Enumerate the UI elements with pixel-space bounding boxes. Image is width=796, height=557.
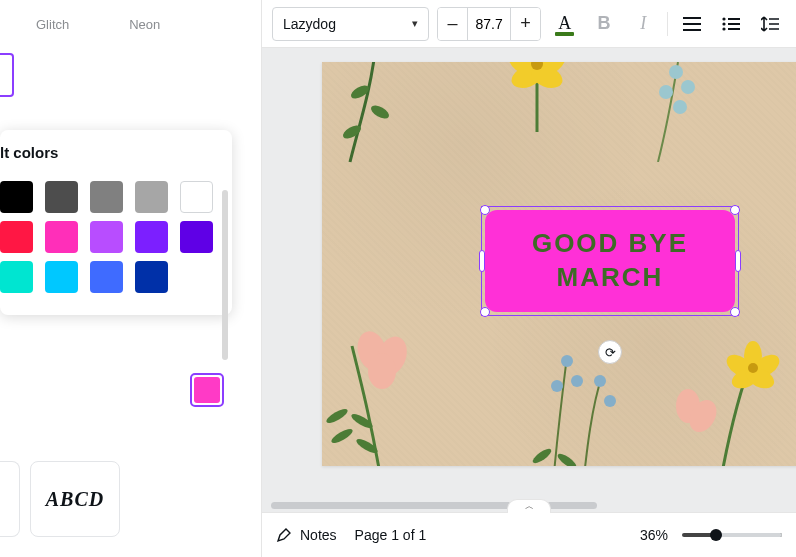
chevron-up-icon: ︿	[525, 500, 534, 513]
swatch-violet[interactable]	[90, 221, 123, 253]
effects-panel: Glitch Neon lt colors ABCD	[0, 0, 262, 557]
design-canvas[interactable]: GOOD BYE MARCH ⟳	[322, 62, 796, 466]
swatch-dark-gray[interactable]	[45, 181, 78, 213]
rotate-icon: ⟳	[605, 345, 616, 360]
swatch-black[interactable]	[0, 181, 33, 213]
swatch-pink[interactable]	[45, 221, 78, 253]
bold-button[interactable]: B	[588, 8, 619, 40]
resize-handle-tl[interactable]	[480, 205, 490, 215]
zoom-slider[interactable]	[682, 533, 782, 537]
svg-point-15	[673, 100, 687, 114]
flora-yellow-right	[658, 326, 796, 466]
swatch-gray[interactable]	[90, 181, 123, 213]
swatch-white[interactable]	[180, 181, 213, 213]
collapse-tab[interactable]: ︿	[507, 499, 551, 513]
font-family-name: Lazydog	[283, 16, 336, 32]
canvas-area[interactable]: GOOD BYE MARCH ⟳	[262, 48, 796, 512]
svg-point-23	[561, 355, 573, 367]
svg-point-35	[748, 363, 758, 373]
bullet-list-icon	[722, 17, 740, 31]
style-thumb-partial[interactable]	[0, 461, 20, 537]
resize-handle-tr[interactable]	[730, 205, 740, 215]
tab-neon[interactable]: Neon	[129, 17, 160, 32]
swatch-row-1	[0, 177, 232, 217]
font-family-select[interactable]: Lazydog ▾	[272, 7, 429, 41]
popover-scrollbar[interactable]	[222, 190, 228, 360]
swatch-row-2	[0, 217, 232, 257]
swatch-blue[interactable]	[90, 261, 123, 293]
font-size-decrease-button[interactable]: –	[438, 8, 467, 40]
notes-button[interactable]: Notes	[276, 527, 337, 543]
flora-pink-left	[322, 286, 462, 466]
font-size-increase-button[interactable]: +	[511, 8, 540, 40]
notes-label: Notes	[300, 527, 337, 543]
resize-handle-bl[interactable]	[480, 307, 490, 317]
text-toolbar: Lazydog ▾ – + A B I	[262, 0, 796, 48]
zoom-controls: 36%	[640, 527, 782, 543]
effect-color-inner	[194, 377, 220, 403]
svg-point-0	[722, 17, 725, 20]
svg-point-25	[551, 380, 563, 392]
swatch-row-3	[0, 257, 232, 297]
flora-top-left	[330, 62, 420, 192]
tab-glitch[interactable]: Glitch	[36, 17, 69, 32]
align-icon	[683, 17, 701, 31]
selected-style-outline	[0, 53, 14, 97]
rotate-handle[interactable]: ⟳	[598, 340, 622, 364]
chevron-down-icon: ▾	[412, 17, 418, 30]
swatch-teal[interactable]	[0, 261, 33, 293]
resize-handle-left[interactable]	[479, 250, 485, 272]
zoom-slider-thumb[interactable]	[710, 529, 722, 541]
svg-point-4	[369, 103, 391, 122]
bottom-bar: ︿ Notes Page 1 of 1 36%	[262, 512, 796, 557]
resize-handle-br[interactable]	[730, 307, 740, 317]
alignment-button[interactable]	[676, 8, 707, 40]
list-button[interactable]	[715, 8, 746, 40]
svg-point-1	[722, 22, 725, 25]
svg-point-16	[330, 427, 355, 446]
text-color-button[interactable]: A	[549, 8, 580, 40]
svg-point-26	[594, 375, 606, 387]
italic-button[interactable]: I	[628, 8, 659, 40]
page-indicator[interactable]: Page 1 of 1	[355, 527, 427, 543]
spacing-button[interactable]	[755, 8, 786, 40]
color-popover: lt colors	[0, 130, 232, 315]
spacing-icon	[761, 16, 779, 32]
svg-point-27	[604, 395, 616, 407]
flora-blue-top	[618, 62, 738, 162]
swatch-light-blue[interactable]	[45, 261, 78, 293]
font-size-group: – +	[437, 7, 541, 41]
svg-point-29	[556, 451, 579, 466]
style-thumb-abcd[interactable]: ABCD	[30, 461, 120, 537]
style-tabs: Glitch Neon	[0, 0, 261, 48]
svg-point-14	[659, 85, 673, 99]
svg-point-13	[681, 80, 695, 94]
font-size-input[interactable]	[467, 8, 511, 40]
flora-yellow-top	[482, 62, 592, 132]
popover-title: lt colors	[0, 144, 232, 177]
selected-text-element[interactable]: GOOD BYE MARCH ⟳	[485, 210, 735, 312]
svg-point-24	[571, 375, 583, 387]
selection-outline	[481, 206, 739, 316]
notes-icon	[276, 527, 292, 543]
effect-color-selected[interactable]	[190, 373, 224, 407]
toolbar-divider	[667, 12, 668, 36]
svg-point-2	[722, 27, 725, 30]
resize-handle-right[interactable]	[735, 250, 741, 272]
swatch-light-gray[interactable]	[135, 181, 168, 213]
svg-point-28	[531, 446, 554, 465]
swatch-purple[interactable]	[135, 221, 168, 253]
swatch-indigo[interactable]	[180, 221, 213, 253]
zoom-value[interactable]: 36%	[640, 527, 668, 543]
svg-point-12	[669, 65, 683, 79]
svg-point-22	[368, 353, 396, 389]
swatch-red[interactable]	[0, 221, 33, 253]
svg-point-18	[325, 407, 350, 426]
swatch-dark-blue[interactable]	[135, 261, 168, 293]
